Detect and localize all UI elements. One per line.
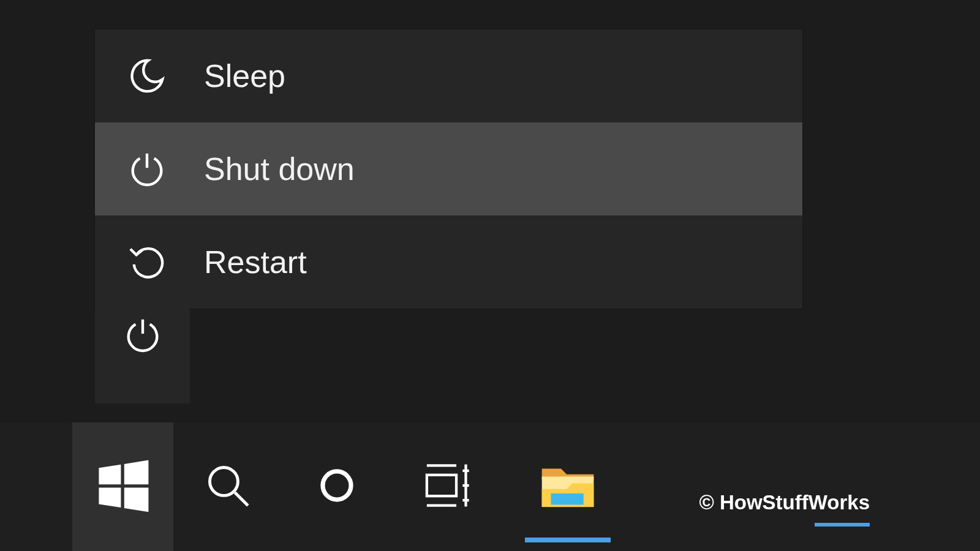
folder-icon xyxy=(540,463,596,511)
power-menu-item-sleep[interactable]: Sleep xyxy=(95,29,802,122)
power-icon xyxy=(124,316,162,356)
svg-rect-17 xyxy=(551,493,583,504)
power-menu-item-shutdown[interactable]: Shut down xyxy=(95,122,802,216)
power-menu-label: Sleep xyxy=(204,58,285,94)
restart-icon xyxy=(126,243,168,281)
svg-marker-4 xyxy=(99,488,121,508)
svg-marker-2 xyxy=(99,465,121,484)
power-icon xyxy=(126,150,168,188)
power-menu: Sleep Shut down Restart xyxy=(95,29,802,309)
svg-point-8 xyxy=(323,471,351,500)
svg-marker-3 xyxy=(124,460,148,485)
power-menu-label: Shut down xyxy=(204,151,355,187)
taskbar-search-button[interactable] xyxy=(173,422,282,551)
svg-line-7 xyxy=(235,492,247,505)
svg-point-6 xyxy=(209,467,238,495)
start-rail-power-button[interactable] xyxy=(95,309,190,403)
windows-logo-icon xyxy=(96,458,151,515)
moon-icon xyxy=(126,57,168,95)
taskbar-cortana-button[interactable] xyxy=(282,422,391,551)
power-menu-item-restart[interactable]: Restart xyxy=(95,216,802,309)
power-menu-label: Restart xyxy=(204,244,307,280)
svg-rect-9 xyxy=(427,475,456,496)
running-indicator xyxy=(525,538,611,542)
svg-marker-5 xyxy=(124,488,148,512)
attribution-underline xyxy=(815,523,870,527)
cortana-ring-icon xyxy=(315,463,359,510)
attribution-text: © HowStuffWorks xyxy=(699,491,870,514)
taskbar xyxy=(0,422,980,551)
taskbar-taskview-button[interactable] xyxy=(391,422,507,551)
task-view-icon xyxy=(423,459,475,514)
start-button[interactable] xyxy=(72,422,173,551)
search-icon xyxy=(203,460,253,513)
taskbar-file-explorer-button[interactable] xyxy=(507,422,629,551)
